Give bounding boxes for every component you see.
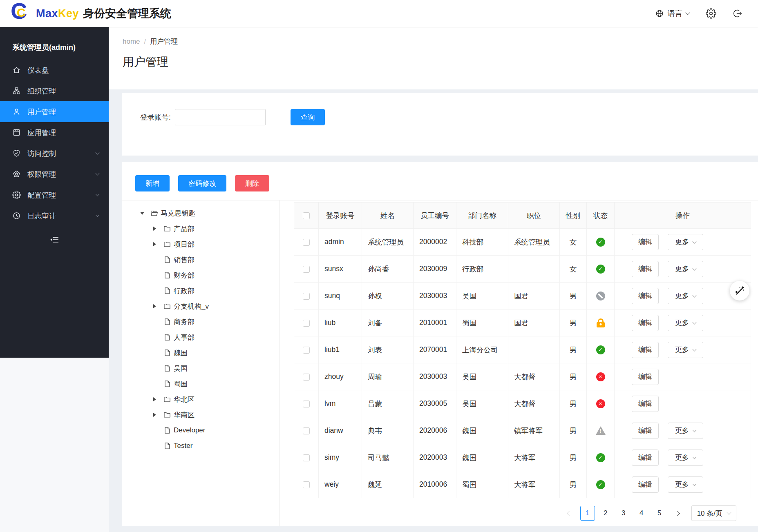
sidebar-item-label: 访问控制 [27, 149, 56, 158]
row-checkbox[interactable] [303, 347, 310, 354]
edit-button[interactable]: 编辑 [632, 423, 659, 439]
tree-node[interactable]: 销售部 [122, 252, 279, 267]
pagination-prev-icon[interactable] [562, 506, 577, 521]
file-icon [163, 380, 171, 388]
sidebar-collapse-icon[interactable] [0, 234, 109, 245]
more-button[interactable]: 更多 [668, 288, 703, 304]
more-button[interactable]: 更多 [668, 476, 703, 493]
tree-node[interactable]: 吴国 [122, 361, 279, 376]
tree-node[interactable]: 财务部 [122, 267, 279, 283]
add-user-button[interactable]: 新增 [135, 175, 170, 191]
file-icon [163, 426, 171, 434]
cell-employee-no: 2020003 [414, 444, 456, 471]
users-table: 登录账号姓名员工编号部门名称职位性别状态操作admin系统管理员2000002科… [294, 202, 751, 498]
clock-icon [12, 211, 21, 220]
tree-node[interactable]: 蜀国 [122, 376, 279, 392]
tree-node[interactable]: 行政部 [122, 283, 279, 298]
row-checkbox[interactable] [303, 427, 310, 434]
breadcrumb-home-link[interactable]: home [123, 38, 140, 46]
row-checkbox[interactable] [303, 454, 310, 461]
edit-button[interactable]: 编辑 [632, 369, 659, 385]
sidebar-item-label: 用户管理 [27, 107, 56, 117]
pagination-page-5[interactable]: 5 [652, 506, 667, 521]
tree-node-label: 蜀国 [174, 379, 188, 389]
edit-button[interactable]: 编辑 [632, 234, 659, 250]
tree-node[interactable]: 分支机构_v [122, 298, 279, 314]
sidebar-item-dashboard[interactable]: 仪表盘 [0, 60, 109, 80]
more-button[interactable]: 更多 [668, 315, 703, 331]
status-warning-icon [596, 426, 606, 435]
caret-right-icon[interactable] [153, 242, 163, 246]
change-password-button[interactable]: 密码修改 [178, 175, 226, 191]
column-header: 登录账号 [319, 203, 362, 229]
sidebar-item-configuration[interactable]: 配置管理 [0, 185, 109, 205]
pagination-page-4[interactable]: 4 [634, 506, 649, 521]
sidebar-item-permissions[interactable]: 权限管理 [0, 164, 109, 185]
edit-button[interactable]: 编辑 [632, 288, 659, 304]
brand-name: MaxKey [36, 7, 79, 20]
tree-node[interactable]: 华北区 [122, 392, 279, 407]
tree-node[interactable]: 项目部 [122, 236, 279, 252]
tree-node[interactable]: 马克思钥匙 [122, 205, 279, 221]
row-checkbox[interactable] [303, 481, 310, 488]
row-checkbox[interactable] [303, 320, 310, 327]
cell-name: 司马懿 [362, 444, 414, 471]
select-all-checkbox[interactable] [303, 212, 310, 219]
pagination-page-1[interactable]: 1 [580, 506, 595, 521]
shield-icon [12, 149, 21, 158]
cell-department: 吴国 [456, 390, 508, 417]
cell-employee-no: 2000002 [414, 229, 456, 256]
cell-login: weiy [319, 471, 362, 498]
more-button[interactable]: 更多 [668, 423, 703, 439]
pagination-page-2[interactable]: 2 [598, 506, 613, 521]
magic-wand-floating-button[interactable] [730, 281, 749, 301]
edit-button[interactable]: 编辑 [632, 450, 659, 466]
tree-node[interactable]: 商务部 [122, 314, 279, 329]
status-active-icon [596, 265, 605, 274]
caret-right-icon[interactable] [153, 413, 163, 417]
edit-button[interactable]: 编辑 [632, 261, 659, 277]
edit-button[interactable]: 编辑 [632, 476, 659, 493]
pagination-page-3[interactable]: 3 [616, 506, 631, 521]
caret-right-icon[interactable] [153, 304, 163, 308]
more-button[interactable]: 更多 [668, 450, 703, 466]
tree-node[interactable]: 魏国 [122, 345, 279, 361]
more-button[interactable]: 更多 [668, 261, 703, 277]
more-button[interactable]: 更多 [668, 234, 703, 250]
edit-button[interactable]: 编辑 [632, 315, 659, 331]
cell-status [587, 283, 615, 309]
query-button[interactable]: 查询 [291, 109, 325, 125]
caret-down-icon[interactable] [140, 212, 150, 215]
more-button-label: 更多 [675, 426, 689, 435]
chevron-down-icon [693, 293, 697, 297]
more-button[interactable]: 更多 [668, 342, 703, 358]
tree-node[interactable]: Tester [122, 438, 279, 454]
sidebar-item-audit-log[interactable]: 日志审计 [0, 205, 109, 226]
row-checkbox[interactable] [303, 239, 310, 246]
caret-right-icon[interactable] [153, 397, 163, 401]
delete-button[interactable]: 删除 [235, 175, 269, 191]
row-checkbox[interactable] [303, 401, 310, 407]
edit-button[interactable]: 编辑 [632, 396, 659, 412]
sidebar-item-applications[interactable]: 应用管理 [0, 122, 109, 143]
row-checkbox[interactable] [303, 374, 310, 381]
folder-icon [163, 302, 171, 310]
logout-icon[interactable] [733, 9, 742, 18]
sidebar-item-users[interactable]: 用户管理 [0, 101, 109, 122]
settings-gear-icon[interactable] [706, 8, 716, 19]
tree-node[interactable]: 人事部 [122, 329, 279, 345]
caret-right-icon[interactable] [153, 227, 163, 231]
row-checkbox[interactable] [303, 293, 310, 300]
tree-node[interactable]: Developer [122, 423, 279, 438]
edit-button[interactable]: 编辑 [632, 342, 659, 358]
tree-node[interactable]: 产品部 [122, 221, 279, 236]
tree-node[interactable]: 华南区 [122, 407, 279, 423]
sidebar-item-organizations[interactable]: 组织管理 [0, 80, 109, 101]
login-account-input[interactable] [175, 109, 266, 125]
sidebar-item-access-control[interactable]: 访问控制 [0, 143, 109, 164]
page-size-select[interactable]: 10 条/页 [691, 505, 736, 521]
language-selector[interactable]: 语言 [655, 9, 689, 18]
row-checkbox[interactable] [303, 266, 310, 273]
pagination-next-icon[interactable] [670, 506, 685, 521]
topbar-actions: 语言 [655, 8, 742, 19]
